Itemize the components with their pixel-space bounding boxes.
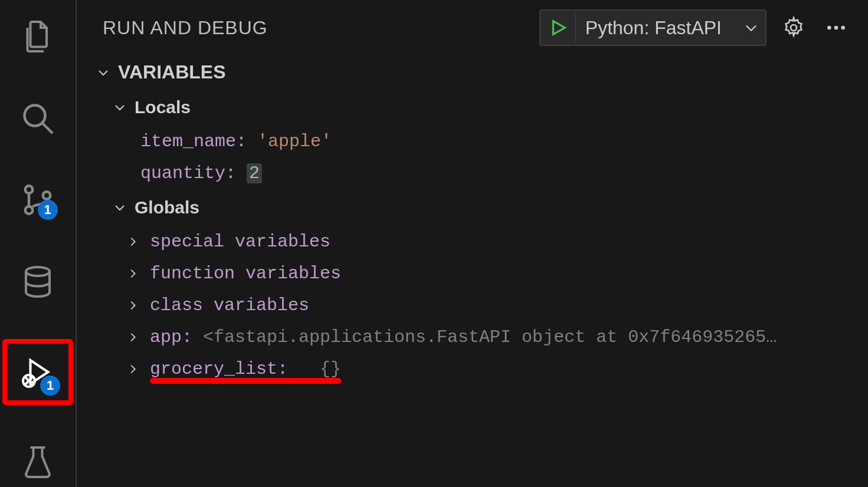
variable-row[interactable]: item_name: 'apple' <box>77 126 868 157</box>
explorer-tab[interactable] <box>10 12 66 61</box>
source-control-tab[interactable]: 1 <box>10 175 66 225</box>
variable-name: app: <box>150 327 192 347</box>
chevron-down-icon <box>111 98 129 116</box>
highlighted-variable: grocery_list: {} <box>150 359 341 379</box>
globals-scope-header[interactable]: Globals <box>77 189 868 226</box>
svg-point-3 <box>25 206 33 214</box>
globals-scope-title: Globals <box>135 198 199 218</box>
svg-point-2 <box>25 186 33 193</box>
chevron-right-icon <box>124 328 142 346</box>
more-actions-button[interactable] <box>821 12 851 43</box>
svg-point-0 <box>25 105 45 126</box>
configure-debug-button[interactable] <box>778 12 809 43</box>
chevron-right-icon <box>124 265 142 282</box>
search-tab[interactable] <box>10 94 66 143</box>
variable-name: item_name: <box>140 131 247 152</box>
variable-name: class variables <box>150 295 309 315</box>
svg-point-12 <box>791 25 797 31</box>
source-control-badge: 1 <box>38 200 58 220</box>
variable-name: function variables <box>150 264 341 284</box>
panel-title: RUN AND DEBUG <box>103 17 268 39</box>
variables-section-header[interactable]: VARIABLES <box>77 51 868 89</box>
chevron-right-icon <box>124 233 142 251</box>
variables-section-title: VARIABLES <box>118 61 226 83</box>
chevron-down-icon <box>111 199 129 216</box>
variable-row[interactable]: special variables <box>77 226 868 258</box>
variable-name: grocery_list: <box>150 359 288 379</box>
database-tab[interactable] <box>10 257 66 307</box>
svg-line-1 <box>42 123 53 133</box>
debug-config-label: Python: FastAPI <box>585 17 731 39</box>
variable-value: 'apple' <box>257 131 332 152</box>
chevron-down-icon <box>94 64 112 81</box>
run-and-debug-panel: RUN AND DEBUG Python: FastAPI <box>77 0 868 487</box>
chevron-right-icon <box>124 360 142 378</box>
panel-header: RUN AND DEBUG Python: FastAPI <box>77 0 868 51</box>
variable-value: {} <box>320 359 341 379</box>
svg-point-14 <box>834 26 838 30</box>
testing-tab[interactable] <box>10 437 66 487</box>
variable-value: 2 <box>247 163 262 183</box>
database-icon <box>20 264 55 300</box>
chevron-right-icon <box>124 297 142 314</box>
svg-point-4 <box>43 192 51 199</box>
variable-row[interactable]: class variables <box>77 289 868 321</box>
variable-name: quantity: <box>140 163 236 183</box>
search-icon <box>20 101 55 136</box>
ellipsis-icon <box>824 16 848 40</box>
svg-point-5 <box>26 267 50 276</box>
variable-value: <fastapi.applications.FastAPI object at … <box>203 327 777 347</box>
chevron-down-icon <box>743 19 759 36</box>
svg-point-15 <box>841 26 845 30</box>
play-icon <box>548 18 568 38</box>
svg-point-13 <box>827 26 831 30</box>
variable-name: special variables <box>150 232 330 252</box>
run-debug-tab[interactable]: 1 <box>2 339 73 406</box>
activity-bar: 1 1 <box>0 0 77 487</box>
debug-config-dropdown[interactable] <box>737 14 765 42</box>
files-icon <box>20 19 55 54</box>
variable-row[interactable]: quantity: 2 <box>77 157 868 189</box>
run-debug-badge: 1 <box>40 376 60 396</box>
locals-scope-header[interactable]: Locals <box>77 89 868 126</box>
start-debugging-button[interactable] <box>548 14 576 42</box>
svg-marker-11 <box>553 21 565 35</box>
locals-scope-title: Locals <box>135 97 191 117</box>
beaker-icon <box>20 445 55 480</box>
gear-icon <box>782 16 805 40</box>
variable-row[interactable]: app: <fastapi.applications.FastAPI objec… <box>77 321 868 353</box>
variable-row[interactable]: grocery_list: {} <box>77 353 868 385</box>
variable-row[interactable]: function variables <box>77 258 868 289</box>
debug-config-selector[interactable]: Python: FastAPI <box>539 9 767 46</box>
annotation-underline <box>150 378 341 384</box>
